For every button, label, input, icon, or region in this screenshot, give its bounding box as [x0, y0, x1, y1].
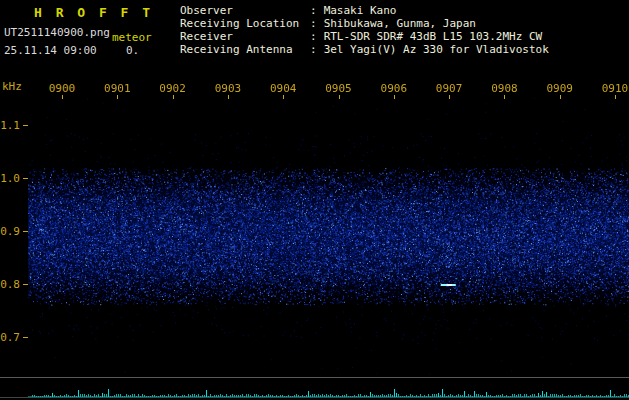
station-info-block: Observer:Masaki Kano Receiving Location:…: [180, 4, 549, 56]
info-label: Receiving Antenna: [180, 43, 310, 56]
signal-meter-canvas: [28, 377, 629, 397]
x-tick-label: 0904: [270, 82, 297, 95]
info-colon: :: [310, 17, 317, 30]
spectrogram-canvas: [28, 95, 629, 376]
info-colon: :: [310, 43, 317, 56]
y-tick-label: 0.7: [0, 331, 20, 344]
x-tick-label: 0902: [159, 82, 186, 95]
x-tick-mark: [283, 95, 284, 99]
y-tick-mark: [23, 178, 28, 179]
info-row-observer: Observer:Masaki Kano: [180, 4, 549, 17]
x-tick-mark: [394, 95, 395, 99]
echo-count: 0.: [126, 44, 139, 57]
x-tick-mark: [117, 95, 118, 99]
y-tick-mark: [23, 284, 28, 285]
hrofft-output-screen: H R O F F T UT2511140900.png meteor 25.1…: [0, 0, 629, 400]
info-colon: :: [310, 4, 317, 17]
app-title: H R O F F T: [34, 5, 153, 20]
x-tick-label: 0907: [436, 82, 463, 95]
x-tick-label: 0905: [325, 82, 352, 95]
x-tick-label: 0909: [546, 82, 573, 95]
info-row-receiver: Receiver:RTL-SDR SDR# 43dB L15 103.2MHz …: [180, 30, 549, 43]
y-tick-label: 0.8: [0, 278, 20, 291]
x-tick-mark: [228, 95, 229, 99]
info-label: Receiver: [180, 30, 310, 43]
y-tick-label: 1.1: [0, 119, 20, 132]
mode-label: meteor: [112, 31, 152, 44]
info-value: Shibukawa, Gunma, Japan: [324, 17, 476, 30]
y-tick-label: 0.9: [0, 225, 20, 238]
x-tick-label: 0910: [602, 82, 629, 95]
info-colon: :: [310, 30, 317, 43]
x-tick-mark: [339, 95, 340, 99]
x-tick-mark: [449, 95, 450, 99]
x-tick-label: 0908: [491, 82, 518, 95]
info-value: Masaki Kano: [324, 4, 397, 17]
y-axis-unit-label: kHz: [2, 80, 22, 93]
observation-datetime: 25.11.14 09:00: [4, 44, 97, 57]
y-tick-mark: [23, 337, 28, 338]
output-filename: UT2511140900.png: [4, 26, 110, 39]
info-value: 3el Yagi(V) Az 330 for Vladivostok: [324, 43, 549, 56]
x-tick-label: 0903: [215, 82, 242, 95]
x-tick-mark: [560, 95, 561, 99]
info-value: RTL-SDR SDR# 43dB L15 103.2MHz CW: [324, 30, 543, 43]
info-row-location: Receiving Location:Shibukawa, Gunma, Jap…: [180, 17, 549, 30]
x-tick-mark: [62, 95, 63, 99]
y-tick-mark: [23, 231, 28, 232]
x-tick-mark: [173, 95, 174, 99]
info-label: Receiving Location: [180, 17, 310, 30]
x-tick-label: 0900: [49, 82, 76, 95]
y-tick-label: 1.0: [0, 172, 20, 185]
x-tick-mark: [615, 95, 616, 99]
x-tick-mark: [504, 95, 505, 99]
info-label: Observer: [180, 4, 310, 17]
meter-bottom-line: [0, 397, 629, 398]
info-row-antenna: Receiving Antenna:3el Yagi(V) Az 330 for…: [180, 43, 549, 56]
x-tick-label: 0901: [104, 82, 131, 95]
y-tick-mark: [23, 125, 28, 126]
x-tick-label: 0906: [381, 82, 408, 95]
